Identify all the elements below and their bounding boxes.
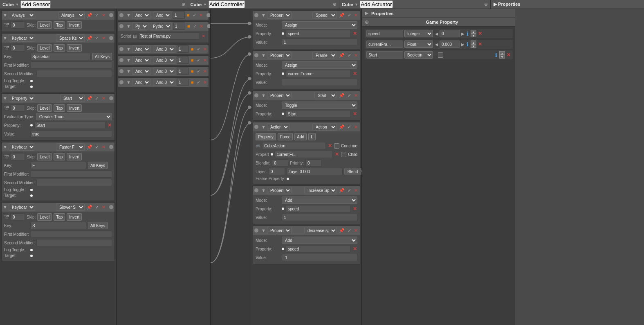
sensor-keyboard-faster-eye[interactable]: ✓ — [94, 144, 100, 150]
sensor-keyboard-faster-skip[interactable] — [11, 153, 25, 160]
sensor-property-clear[interactable]: ✕ — [107, 122, 112, 128]
game-prop-speed-left-arrow[interactable]: ◀ — [435, 32, 438, 36]
sensor-always-skip-value[interactable] — [11, 21, 25, 29]
act-property-start-eye[interactable]: ✓ — [347, 93, 352, 98]
ctrl-and-5-val[interactable] — [177, 79, 189, 86]
sensor-keyboard-slower-level[interactable]: Level — [37, 213, 52, 221]
sensor-property-eval-type[interactable]: Greater Than — [36, 113, 112, 120]
ctrl-and-3-type[interactable]: And — [132, 56, 150, 64]
act-property-increase-close[interactable]: ✕ — [353, 188, 359, 193]
ctrl-and-4-val[interactable] — [177, 68, 189, 75]
game-prop-start-up[interactable]: ▲ — [499, 51, 505, 55]
game-prop-speed-name[interactable] — [366, 30, 403, 37]
sensor-keyboard-space-second-mod[interactable] — [36, 70, 112, 77]
ctrl-and-4-color[interactable]: ■ — [190, 69, 195, 74]
act-property-frame-pin[interactable]: 📌 — [338, 53, 346, 58]
act-property-start-name[interactable]: Start — [314, 92, 337, 99]
ctrl-and-1-type[interactable]: And — [132, 11, 150, 19]
act-action-tab-l[interactable]: L — [308, 133, 316, 140]
sensor-keyboard-faster-type[interactable]: Keyboard — [9, 143, 35, 151]
act-property-start-expand[interactable]: ▼ — [261, 93, 266, 98]
sensor-keyboard-faster-level[interactable]: Level — [37, 153, 52, 160]
act-action-blendin-val[interactable] — [272, 159, 288, 167]
act-property-decrease-prop-clear[interactable]: ✕ — [352, 246, 357, 252]
act-property-decrease-propval[interactable] — [286, 245, 351, 253]
act-property-speed-type[interactable]: Property — [267, 11, 292, 19]
sensor-property-start-name[interactable]: Start — [60, 95, 85, 102]
act-property-speed-propval[interactable] — [286, 30, 351, 37]
sensor-keyboard-slower-expand[interactable]: ▼ — [3, 205, 7, 210]
ctrl-and-3-name[interactable]: And.0 — [153, 56, 175, 64]
act-action-continue-check[interactable] — [334, 143, 339, 149]
sensor-keyboard-faster-key[interactable] — [30, 162, 86, 169]
ctrl-and-1-expand[interactable]: ▼ — [126, 13, 131, 18]
act-property-start-close[interactable]: ✕ — [353, 93, 359, 98]
ctrl-python-1-expand[interactable]: ▼ — [126, 24, 131, 29]
sensor-property-start-level[interactable]: Level — [37, 104, 52, 112]
sensor-keyboard-slower-pin[interactable]: 📌 — [86, 205, 93, 210]
act-property-speed-value[interactable] — [282, 38, 357, 46]
sensor-keyboard-space-key[interactable] — [30, 53, 91, 60]
ctrl-and-5-expand[interactable]: ▼ — [126, 80, 131, 85]
add-actuator-button[interactable]: Add Actuator — [360, 0, 393, 8]
add-sensor-button[interactable]: Add Sensor — [20, 0, 51, 8]
sensor-keyboard-slower-eye[interactable]: ✓ — [94, 205, 100, 210]
ctrl-and-5-name[interactable]: And.0 — [153, 79, 175, 86]
sensor-property-start-eye[interactable]: ✓ — [94, 96, 100, 101]
ctrl-and-4-close[interactable]: ✕ — [202, 69, 208, 74]
sensor-keyboard-space-level[interactable]: Level — [37, 44, 52, 52]
act-property-increase-propval[interactable] — [286, 205, 351, 212]
act-action-tab-add[interactable]: Add — [294, 133, 307, 140]
sensor-keyboard-space-eye[interactable]: ✓ — [94, 36, 100, 41]
ctrl-and-5-close[interactable]: ✕ — [202, 80, 208, 85]
act-action-propert-clear[interactable]: ✕ — [334, 151, 339, 157]
act-property-speed-prop-clear[interactable]: ✕ — [352, 31, 357, 36]
sensor-keyboard-faster-name[interactable]: Faster F — [56, 143, 85, 151]
sensor-always-eye[interactable]: ✓ — [94, 13, 100, 18]
add-controller-button[interactable]: Add Controller — [209, 0, 245, 8]
sensor-property-value[interactable] — [34, 122, 105, 129]
ctrl-and-2-name[interactable]: And.0 — [153, 45, 175, 53]
act-property-increase-type[interactable]: Property — [267, 187, 292, 194]
act-property-start-type[interactable]: Property — [267, 92, 292, 99]
act-property-speed-expand[interactable]: ▼ — [261, 13, 266, 18]
act-object-arrow[interactable]: ▼ — [355, 2, 358, 7]
act-property-speed-eye[interactable]: ✓ — [347, 13, 352, 18]
sensor-collapse-icon[interactable]: ⊕ — [182, 2, 185, 7]
sensor-keyboard-slower-name[interactable]: Slower S — [56, 203, 85, 211]
ctrl-and-2-eye[interactable]: ✓ — [196, 47, 201, 52]
sensor-keyboard-space-pin[interactable]: 📌 — [86, 36, 93, 41]
sensor-property-start-type[interactable]: Property — [9, 95, 35, 102]
act-action-name-field[interactable] — [262, 142, 326, 149]
act-property-decrease-expand[interactable]: ▼ — [261, 228, 266, 233]
sensor-keyboard-space-type[interactable]: Keyboard — [9, 34, 35, 42]
act-action-layer-val[interactable] — [269, 168, 285, 175]
sensor-keyboard-space-allkeys[interactable]: All Keys — [92, 53, 112, 60]
game-prop-speed-right-arrow[interactable]: ▶ — [461, 32, 464, 36]
act-action-name[interactable]: Action — [312, 123, 337, 131]
sensor-always-pin[interactable]: 📌 — [86, 13, 93, 18]
act-property-frame-name[interactable]: Frame — [312, 52, 337, 59]
game-prop-currentframe-up[interactable]: ▲ — [471, 41, 476, 44]
sensor-always-name[interactable]: Always — [58, 11, 85, 19]
sensor-keyboard-space-name[interactable]: Space Key — [56, 34, 85, 42]
game-prop-speed-down[interactable]: ▼ — [471, 34, 476, 37]
ctrl-python-1-type[interactable]: Pyt — [132, 23, 148, 30]
ctrl-and-4-type[interactable]: And — [132, 68, 150, 75]
act-property-decrease-eye[interactable]: ✓ — [347, 228, 352, 233]
sensor-keyboard-slower-type[interactable]: Keyboard — [9, 203, 35, 211]
ctrl-and-2-type[interactable]: And — [132, 45, 150, 53]
sensor-keyboard-slower-tap[interactable]: Tap — [54, 213, 65, 221]
act-action-blend-type[interactable]: Blend — [344, 168, 362, 175]
act-action-propert-value[interactable] — [275, 151, 333, 158]
sensor-keyboard-slower-invert[interactable]: Invert — [67, 213, 82, 221]
act-property-increase-eye[interactable]: ✓ — [347, 188, 352, 193]
game-prop-start-type[interactable]: Boolean — [404, 51, 433, 59]
act-property-start-pin[interactable]: 📌 — [338, 93, 346, 98]
act-property-start-prop-clear[interactable]: ✕ — [352, 111, 357, 117]
act-property-speed-pin[interactable]: 📌 — [338, 13, 346, 18]
ctrl-python-script-clear[interactable]: ✕ — [201, 34, 206, 39]
act-action-close[interactable]: ✕ — [353, 124, 359, 130]
ctrl-and-1-eye[interactable]: ✓ — [192, 13, 197, 18]
sensor-keyboard-faster-second-mod[interactable] — [36, 179, 112, 186]
